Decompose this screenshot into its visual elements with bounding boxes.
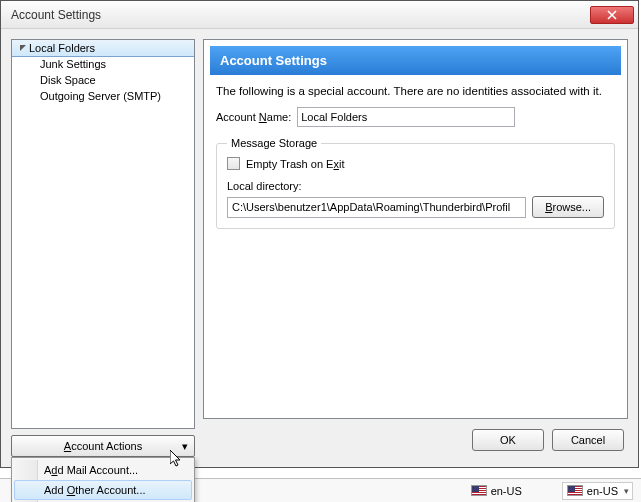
menu-add-mail[interactable]: Add Mail Account... bbox=[14, 460, 192, 480]
close-button[interactable] bbox=[590, 6, 634, 24]
account-actions-menu: Add Mail Account... Add Other Account...… bbox=[11, 457, 195, 502]
panel-title: Account Settings bbox=[210, 46, 621, 75]
ok-button[interactable]: OK bbox=[472, 429, 544, 451]
dialog-body: Local Folders Junk Settings Disk Space O… bbox=[1, 29, 638, 467]
message-storage-fieldset: Message Storage Empty Trash on Exit Loca… bbox=[216, 137, 615, 229]
lang-code: en-US bbox=[491, 485, 522, 497]
account-actions-wrap: Account Actions ▾ Add Mail Account... Ad… bbox=[11, 435, 195, 457]
right-column: Account Settings The following is a spec… bbox=[203, 39, 628, 457]
storage-legend: Message Storage bbox=[227, 137, 321, 149]
language-dropdown[interactable]: en-US bbox=[562, 482, 633, 500]
tree-label: Local Folders bbox=[29, 42, 95, 54]
browse-button[interactable]: Browse... bbox=[532, 196, 604, 218]
titlebar[interactable]: Account Settings bbox=[1, 1, 638, 29]
tree-item-local-folders[interactable]: Local Folders bbox=[11, 39, 195, 57]
chevron-down-icon: ▾ bbox=[182, 440, 188, 453]
panel-description: The following is a special account. Ther… bbox=[216, 85, 615, 97]
account-name-input[interactable] bbox=[297, 107, 515, 127]
account-actions-button[interactable]: Account Actions ▾ bbox=[11, 435, 195, 457]
empty-trash-row: Empty Trash on Exit bbox=[227, 157, 604, 170]
account-tree[interactable]: Local Folders Junk Settings Disk Space O… bbox=[11, 39, 195, 429]
menu-add-other[interactable]: Add Other Account... bbox=[14, 480, 192, 500]
window-title: Account Settings bbox=[11, 8, 590, 22]
disclosure-icon bbox=[18, 44, 27, 53]
dialog-buttons: OK Cancel bbox=[203, 419, 628, 457]
account-name-row: Account Name: bbox=[216, 107, 615, 127]
account-settings-window: Account Settings Local Folders Junk Sett… bbox=[0, 0, 639, 468]
local-dir-input[interactable] bbox=[227, 197, 526, 218]
local-dir-label: Local directory: bbox=[227, 180, 604, 192]
tree-item-junk[interactable]: Junk Settings bbox=[12, 56, 194, 72]
tree-item-smtp[interactable]: Outgoing Server (SMTP) bbox=[12, 88, 194, 104]
settings-panel: Account Settings The following is a spec… bbox=[203, 39, 628, 419]
close-icon bbox=[607, 10, 617, 20]
account-name-label: Account Name: bbox=[216, 111, 291, 123]
local-dir-row: Browse... bbox=[227, 196, 604, 218]
cancel-button[interactable]: Cancel bbox=[552, 429, 624, 451]
panel-body: The following is a special account. Ther… bbox=[204, 81, 627, 239]
us-flag-icon bbox=[471, 485, 487, 496]
empty-trash-label[interactable]: Empty Trash on Exit bbox=[246, 158, 344, 170]
us-flag-icon bbox=[567, 485, 583, 496]
left-column: Local Folders Junk Settings Disk Space O… bbox=[11, 39, 195, 457]
tree-item-disk-space[interactable]: Disk Space bbox=[12, 72, 194, 88]
empty-trash-checkbox[interactable] bbox=[227, 157, 240, 170]
